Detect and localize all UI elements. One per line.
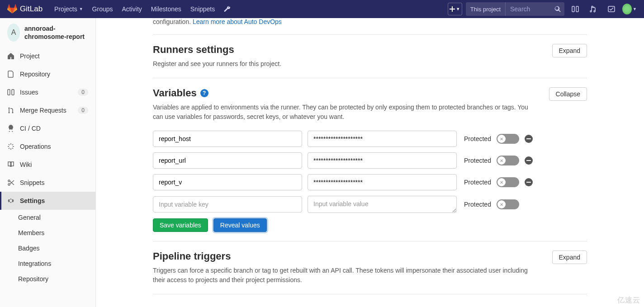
variables-actions: Save variables Reveal values [153,218,587,232]
section-triggers: Pipeline triggers Triggers can force a s… [153,241,587,294]
sidebar-item-issues[interactable]: Issues 0 [0,83,95,101]
sidebar-item-label: Snippets [20,179,44,186]
search-button[interactable] [551,2,564,16]
nav-projects[interactable]: Projects▼ [50,0,88,18]
expand-triggers-button[interactable]: Expand [552,250,587,264]
variable-row: Protected✕ [153,196,587,213]
subnav-integrations[interactable]: Integrations [18,256,95,271]
sidebar-item-wiki[interactable]: Wiki [0,156,95,174]
save-variables-button[interactable]: Save variables [153,218,208,232]
toggle-knob: ✕ [497,200,506,208]
sidebar-item-merge-requests[interactable]: Merge Requests 0 [0,101,95,119]
variable-value-input[interactable] [308,196,457,213]
svg-point-6 [9,112,10,113]
svg-point-5 [9,108,10,109]
sidebar-item-label: Settings [20,197,45,204]
merge-request-icon [7,107,14,114]
chevron-down-icon: ▼ [633,7,637,11]
svg-rect-3 [8,90,10,95]
sidebar-item-repository[interactable]: Repository [0,65,95,83]
variables-list: Protected✕Protected✕Protected✕Protected✕ [153,131,587,213]
toggle-knob: ✕ [497,178,506,186]
book-icon [7,161,14,168]
variable-key-input[interactable] [153,174,302,190]
subnav-general[interactable]: General [18,210,95,225]
sidebar-item-project[interactable]: Project [0,47,95,65]
svg-rect-12 [526,182,531,183]
issues-icon [7,89,14,96]
protected-toggle[interactable]: ✕ [497,134,519,144]
topbar: GitLab Projects▼ Groups Activity Milesto… [0,0,644,18]
collapse-variables-button[interactable]: Collapse [549,87,587,101]
remove-variable-button[interactable] [525,135,533,143]
subnav-repository[interactable]: Repository [18,271,95,287]
partial-section-cut: configuration. Learn more about Auto Dev… [153,18,587,35]
nav-milestones[interactable]: Milestones [147,0,186,18]
svg-point-9 [8,184,10,185]
expand-runners-button[interactable]: Expand [552,44,587,57]
sidebar-item-label: Wiki [20,161,32,168]
chevron-down-icon: ▼ [456,7,460,11]
toggle-knob: ✕ [497,135,506,143]
nav-activity[interactable]: Activity [118,0,147,18]
nav-admin-wrench[interactable] [219,0,235,18]
todos-shortcut[interactable] [604,2,619,16]
subnav-badges[interactable]: Badges [18,241,95,256]
variable-value-input[interactable] [308,152,457,169]
rocket-icon [7,125,14,132]
help-icon[interactable]: ? [200,89,208,97]
protected-toggle[interactable]: ✕ [497,156,519,165]
variable-value-input[interactable] [308,174,457,190]
sidebar-item-label: Project [20,52,40,60]
svg-rect-4 [12,90,14,95]
nav-snippets[interactable]: Snippets [186,0,219,18]
svg-point-7 [12,112,14,113]
sidebar-item-operations[interactable]: Operations [0,137,95,156]
main-content: configuration. Learn more about Auto Dev… [96,18,644,307]
todos-icon [608,5,615,13]
plus-icon [450,6,455,12]
search-input[interactable] [506,5,551,13]
reveal-values-button[interactable]: Reveal values [213,218,267,232]
nav-groups[interactable]: Groups [88,0,118,18]
remove-variable-button[interactable] [525,178,533,186]
subnav-members[interactable]: Members [18,225,95,241]
minus-icon [526,158,531,163]
variable-key-input[interactable] [153,131,302,147]
variable-key-input[interactable] [153,152,302,169]
sidebar-item-settings[interactable]: Settings [0,192,95,210]
protected-toggle[interactable]: ✕ [497,177,519,187]
variable-key-input[interactable] [153,196,302,213]
gear-icon [7,197,14,204]
new-dropdown-button[interactable]: ▼ [448,3,462,15]
protected-label: Protected [464,179,491,186]
chevron-down-icon: ▼ [79,7,83,11]
search-scope[interactable]: This project [466,2,506,16]
svg-rect-0 [572,6,574,12]
remove-variable-button[interactable] [525,156,533,165]
sidebar-item-snippets[interactable]: Snippets [0,174,95,192]
triggers-title: Pipeline triggers [153,250,537,262]
wrench-icon [224,6,231,13]
logo[interactable]: GitLab [7,4,43,14]
learn-more-link[interactable]: Learn more about Auto DevOps [193,18,282,25]
variable-value-input[interactable] [308,131,457,147]
operations-icon [7,143,14,150]
protected-toggle[interactable]: ✕ [497,199,519,209]
project-header[interactable]: A annoroad-chromosome-report [0,18,95,47]
user-menu[interactable]: ▼ [622,2,637,16]
issues-count-badge: 0 [78,89,88,96]
minus-icon [526,180,531,184]
home-icon [7,52,14,60]
protected-label: Protected [464,135,491,142]
svg-rect-10 [526,138,531,139]
variables-desc: Variables are applied to environments vi… [153,103,537,122]
user-avatar-icon [622,4,632,14]
sidebar-item-label: Operations [20,143,51,150]
section-variables: Variables ? Variables are applied to env… [153,78,587,241]
project-name: annoroad-chromosome-report [24,24,88,41]
sidebar-item-cicd[interactable]: CI / CD [0,119,95,137]
mr-shortcut[interactable] [586,2,601,16]
issues-shortcut[interactable] [568,2,582,16]
runners-desc: Register and see your runners for this p… [153,59,281,69]
